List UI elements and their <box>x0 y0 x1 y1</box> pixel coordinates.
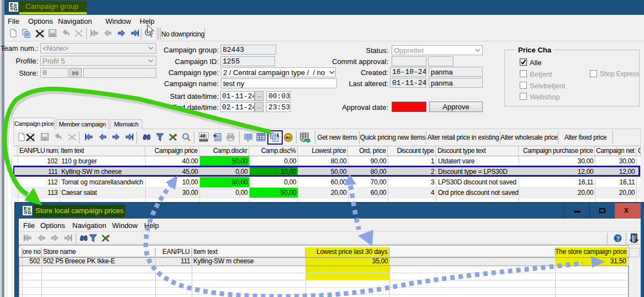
svg-text:E: E <box>24 206 27 211</box>
svg-text:49:: 49: <box>200 133 207 139</box>
svg-text:Kr: Kr <box>286 135 291 140</box>
svg-text:E: E <box>10 2 13 8</box>
svg-text:G: G <box>28 210 31 215</box>
svg-text:G: G <box>14 6 18 12</box>
svg-text:?: ? <box>616 235 620 242</box>
